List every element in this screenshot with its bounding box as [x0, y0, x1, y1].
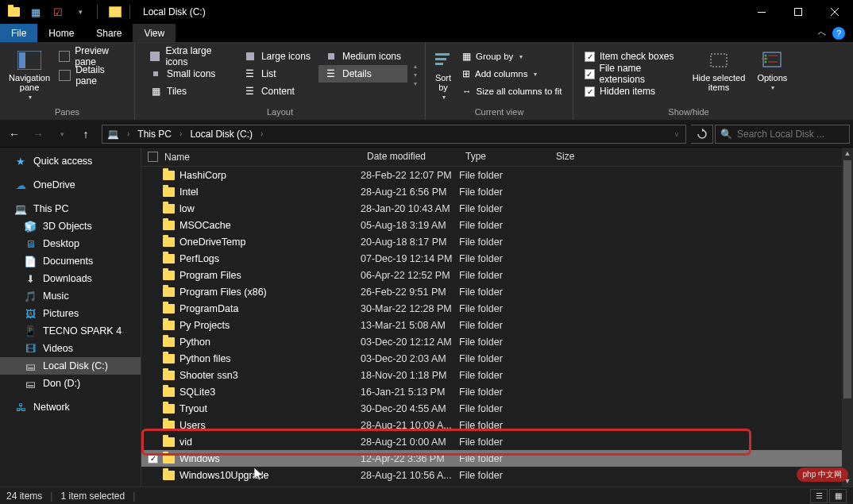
hidden-items-toggle[interactable]: ✓Hidden items — [585, 83, 685, 100]
layout-large-icons[interactable]: Large icons — [237, 48, 317, 65]
table-row[interactable]: ✓Intel28-Aug-21 6:56 PMFile folder — [141, 183, 842, 200]
ribbon-collapse-icon[interactable]: へ — [818, 28, 826, 39]
nav-documents[interactable]: 📄Documents — [0, 252, 141, 270]
help-button[interactable]: ? — [832, 27, 845, 40]
back-button[interactable]: ← — [3, 123, 25, 145]
chevron-right-icon[interactable]: › — [124, 129, 133, 138]
navigation-pane-button[interactable]: Navigation pane ▾ — [5, 46, 54, 104]
nav-network[interactable]: 🖧Network — [0, 398, 141, 416]
col-size[interactable]: Size — [550, 148, 613, 166]
options-button[interactable]: Options ▾ — [746, 46, 799, 104]
nav-3d-objects[interactable]: 🧊3D Objects — [0, 217, 141, 235]
qat-dropdown-icon[interactable]: ▾ — [71, 3, 89, 21]
table-row[interactable]: ✓Program Files06-Apr-22 12:52 PMFile fol… — [141, 267, 842, 283]
layout-extra-large-icons[interactable]: Extra large icons — [143, 48, 236, 65]
table-row[interactable]: ✓Users28-Aug-21 10:09 A...File folder — [141, 417, 842, 433]
view-thumbnails-button[interactable]: ▦ — [829, 489, 847, 503]
close-button[interactable] — [816, 0, 853, 24]
nav-downloads[interactable]: ⬇Downloads — [0, 270, 141, 287]
layout-small-icons[interactable]: Small icons — [143, 65, 236, 83]
nav-localdisk-c[interactable]: 🖴Local Disk (C:) — [0, 357, 141, 375]
breadcrumb-localdisk[interactable]: Local Disk (C:) — [185, 125, 257, 143]
hide-selected-button[interactable]: Hide selected items — [692, 46, 745, 104]
scroll-down-icon[interactable]: ▾ — [414, 71, 417, 79]
view-details-button[interactable]: ☰ — [810, 489, 828, 503]
table-row[interactable]: ✓PerfLogs07-Dec-19 12:14 PMFile folder — [141, 250, 842, 267]
col-name[interactable]: Name — [141, 148, 361, 166]
layout-content[interactable]: ☰Content — [237, 83, 317, 100]
nav-pictures[interactable]: 🖼Pictures — [0, 305, 141, 322]
up-button[interactable]: ↑ — [75, 123, 97, 145]
nav-don-d[interactable]: 🖴Don (D:) — [0, 375, 141, 392]
scroll-down-icon[interactable]: ▼ — [842, 475, 853, 487]
col-date[interactable]: Date modified — [361, 148, 459, 166]
groupby-button[interactable]: ▦Group by▾ — [457, 48, 567, 65]
table-row[interactable]: ✓MSOCache05-Aug-18 3:19 AMFile folder — [141, 217, 842, 233]
table-row[interactable]: ✓Shooter ssn318-Nov-20 1:18 PMFile folde… — [141, 367, 842, 383]
table-row[interactable]: ✓OneDriveTemp20-Aug-18 8:17 PMFile folde… — [141, 233, 842, 250]
chevron-right-icon[interactable]: › — [257, 129, 266, 138]
table-row[interactable]: ✓Windows10Upgrade28-Aug-21 10:56 A...Fil… — [141, 467, 842, 483]
minimize-button[interactable] — [743, 0, 780, 24]
qat-properties-icon[interactable]: ▦ — [27, 3, 44, 21]
table-row[interactable]: ✓Tryout30-Dec-20 4:55 AMFile folder — [141, 400, 842, 417]
table-row[interactable]: ✓HashiCorp28-Feb-22 12:07 PMFile folder — [141, 167, 842, 183]
file-type: File folder — [459, 337, 550, 348]
tab-share[interactable]: Share — [85, 24, 133, 42]
tab-home[interactable]: Home — [37, 24, 85, 42]
layout-details[interactable]: ☰Details — [318, 65, 407, 83]
layout-medium-icons[interactable]: Medium icons — [318, 48, 407, 65]
details-pane-button[interactable]: Details pane — [54, 67, 129, 84]
refresh-button[interactable] — [691, 125, 713, 144]
svg-point-16 — [765, 61, 767, 63]
vertical-scrollbar[interactable]: ▲ ▼ — [842, 148, 853, 487]
table-row[interactable]: ✓SQLite316-Jan-21 5:13 PMFile folder — [141, 383, 842, 400]
select-all-checkbox[interactable] — [148, 152, 158, 162]
preview-pane-button[interactable]: Preview pane — [54, 48, 129, 65]
address-field[interactable]: 💻 › This PC › Local Disk (C:) › v — [102, 125, 686, 144]
folder-icon — [160, 471, 176, 480]
nav-videos[interactable]: 🎞Videos — [0, 340, 141, 357]
recent-dropdown[interactable]: ▾ — [51, 123, 73, 145]
nav-thispc[interactable]: 💻This PC — [0, 200, 141, 217]
qat-checkmark-icon[interactable]: ☑ — [49, 3, 67, 21]
nav-quick-access[interactable]: ★Quick access — [0, 152, 141, 170]
scroll-up-icon[interactable]: ▲ — [842, 148, 853, 159]
chevron-right-icon[interactable]: › — [176, 129, 185, 138]
file-type: File folder — [459, 253, 550, 264]
nav-desktop[interactable]: 🖥Desktop — [0, 235, 141, 252]
table-row[interactable]: ✓Python files03-Dec-20 2:03 AMFile folde… — [141, 350, 842, 367]
scroll-up-icon[interactable]: ▴ — [414, 63, 417, 70]
row-checkbox[interactable]: ✓ — [148, 453, 160, 464]
maximize-button[interactable] — [780, 0, 816, 24]
table-row[interactable]: ✓vid28-Aug-21 0:00 AMFile folder — [141, 433, 842, 450]
table-row[interactable]: ✓Windows12-Apr-22 3:36 PMFile folder — [141, 450, 842, 467]
file-date: 28-Aug-21 0:00 AM — [361, 437, 459, 448]
sortby-button[interactable]: Sort by ▾ — [430, 46, 456, 104]
sizecolumns-button[interactable]: ↔Size all columns to fit — [457, 83, 567, 100]
table-row[interactable]: ✓low28-Jan-20 10:43 AMFile folder — [141, 200, 842, 217]
table-row[interactable]: ✓Program Files (x86)26-Feb-22 9:51 PMFil… — [141, 283, 842, 300]
addr-pc-icon[interactable]: 💻 — [102, 125, 124, 143]
addr-dropdown[interactable]: v — [668, 123, 685, 145]
table-row[interactable]: ✓Py Projects13-Mar-21 5:08 AMFile folder — [141, 317, 842, 333]
nav-onedrive[interactable]: ☁OneDrive — [0, 176, 141, 194]
forward-button[interactable]: → — [27, 123, 49, 145]
expand-icon[interactable]: ▾ — [414, 80, 417, 87]
layout-list[interactable]: ☰List — [237, 65, 317, 83]
col-type[interactable]: Type — [459, 148, 550, 166]
layout-tiles[interactable]: ▦Tiles — [143, 83, 236, 100]
addcolumns-button[interactable]: ⊞Add columns▾ — [457, 65, 567, 83]
file-extensions-toggle[interactable]: ✓File name extensions — [585, 65, 685, 83]
nav-tecno[interactable]: 📱TECNO SPARK 4 — [0, 322, 141, 340]
breadcrumb-thispc[interactable]: This PC — [133, 125, 176, 143]
tab-view[interactable]: View — [133, 24, 176, 42]
file-name: low — [176, 203, 361, 214]
search-input[interactable]: 🔍 Search Local Disk ... — [715, 125, 850, 144]
table-row[interactable]: ✓ProgramData30-Mar-22 12:28 PMFile folde… — [141, 300, 842, 317]
tab-file[interactable]: File — [0, 24, 37, 42]
navigation-pane[interactable]: ★Quick access ☁OneDrive 💻This PC 🧊3D Obj… — [0, 148, 141, 487]
scrollbar-thumb[interactable] — [843, 160, 851, 398]
nav-music[interactable]: 🎵Music — [0, 287, 141, 305]
table-row[interactable]: ✓Python03-Dec-20 12:12 AMFile folder — [141, 333, 842, 350]
